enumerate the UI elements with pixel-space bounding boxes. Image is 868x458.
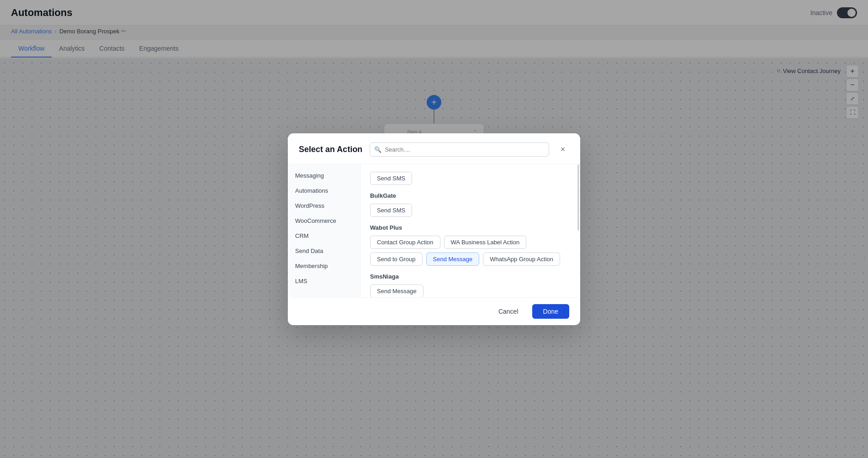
modal-content-area: Send SMS BulkGate Send SMS Wabot Plus Co… [361, 164, 580, 297]
modal-footer: Cancel Done [288, 297, 580, 325]
sidebar-item-wordpress[interactable]: WordPress [288, 198, 360, 213]
modal-title: Select an Action [299, 145, 362, 154]
bulkgate-send-sms-button[interactable]: Send SMS [370, 204, 412, 217]
sidebar-item-crm[interactable]: CRM [288, 228, 360, 243]
bulkgate-actions-row: Send SMS [370, 204, 571, 217]
search-icon: 🔍 [374, 146, 381, 153]
wabot-plus-section-title: Wabot Plus [370, 224, 571, 231]
scrollbar-thumb [577, 164, 579, 231]
sidebar-item-automations[interactable]: Automations [288, 183, 360, 198]
wabot-actions-row: Contact Group Action WA Business Label A… [370, 236, 571, 266]
sidebar-item-messaging[interactable]: Messaging [288, 168, 360, 183]
smsniaga-actions-row: Send Message [370, 284, 571, 297]
contact-group-action-button[interactable]: Contact Group Action [370, 236, 440, 249]
select-action-modal: Select an Action 🔍 × Messaging Automatio… [288, 133, 580, 325]
modal-body: Messaging Automations WordPress WooComme… [288, 164, 580, 297]
sidebar-item-membership[interactable]: Membership [288, 258, 360, 274]
modal-sidebar: Messaging Automations WordPress WooComme… [288, 164, 361, 297]
top-actions-row: Send SMS [370, 172, 571, 185]
modal-search: 🔍 [370, 142, 549, 157]
send-to-group-button[interactable]: Send to Group [370, 253, 423, 266]
send-sms-button-top[interactable]: Send SMS [370, 172, 412, 185]
sidebar-item-send-data[interactable]: Send Data [288, 243, 360, 258]
done-button[interactable]: Done [532, 304, 569, 319]
send-message-button-wabot[interactable]: Send Message [426, 253, 480, 266]
cancel-button[interactable]: Cancel [489, 304, 528, 319]
bulkgate-section-title: BulkGate [370, 192, 571, 199]
modal-header: Select an Action 🔍 × [288, 133, 580, 164]
sidebar-item-lms[interactable]: LMS [288, 274, 360, 289]
wa-business-label-action-button[interactable]: WA Business Label Action [444, 236, 527, 249]
sidebar-item-woocommerce[interactable]: WooCommerce [288, 213, 360, 228]
whatsapp-group-action-button[interactable]: WhatsApp Group Action [483, 253, 560, 266]
scrollbar-track [577, 164, 579, 297]
close-button[interactable]: × [556, 143, 569, 156]
smsniaga-section-title: SmsNiaga [370, 273, 571, 280]
send-message-button-smsniaga[interactable]: Send Message [370, 284, 423, 297]
search-input[interactable] [370, 142, 549, 157]
